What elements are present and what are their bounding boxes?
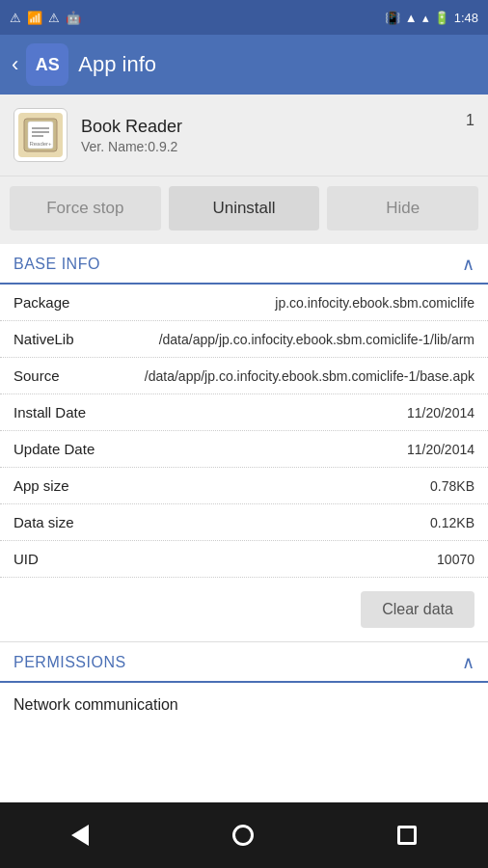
app-icon: Reader+ [14,108,68,162]
android-icon: 🤖 [66,11,81,25]
source-value: /data/app/jp.co.infocity.ebook.sbm.comic… [129,368,474,384]
table-row: Source /data/app/jp.co.infocity.ebook.sb… [0,358,488,394]
clear-data-button[interactable]: Clear data [361,591,474,628]
update-date-value: 11/20/2014 [129,442,474,457]
uid-label: UID [14,551,129,567]
content-area: BASE INFO ∧ Package jp.co.infocity.ebook… [0,244,488,802]
app-version: Ver. Name:0.9.2 [81,139,466,154]
header-title: App info [78,52,156,77]
time-display: 1:48 [454,11,478,25]
source-label: Source [14,367,129,384]
package-label: Package [14,294,129,311]
status-bar-right: 📳 ▲ ▴ 🔋 1:48 [385,11,478,25]
status-bar-left: ⚠ 📶 ⚠ 🤖 [10,11,81,25]
signal-icon: ▲ [405,11,418,25]
header-logo: AS [26,43,68,86]
app-number: 1 [466,112,474,129]
back-nav-button[interactable] [52,817,108,854]
table-row: NativeLib /data/app/jp.co.infocity.ebook… [0,321,488,358]
base-info-table: Package jp.co.infocity.ebook.sbm.comicli… [0,285,488,578]
app-header: ‹ AS App info [0,35,488,95]
home-nav-icon [232,825,254,846]
nativelib-value: /data/app/jp.co.infocity.ebook.sbm.comic… [129,332,474,347]
wifi-icon: 📶 [27,11,42,25]
base-info-title: BASE INFO [14,256,100,273]
permissions-section: PERMISSIONS ∧ Network communication [0,641,488,719]
uid-value: 10070 [129,552,474,567]
network-communication-item: Network communication [0,683,488,719]
recents-nav-button[interactable] [378,818,436,853]
back-nav-icon [71,825,89,846]
battery-icon: 🔋 [434,11,449,25]
back-button[interactable]: ‹ [12,52,18,77]
app-size-label: App size [14,477,129,494]
hide-button[interactable]: Hide [327,186,478,231]
table-row: App size 0.78KB [0,468,488,504]
permissions-title: PERMISSIONS [14,654,126,671]
base-info-chevron: ∧ [462,254,474,275]
bottom-nav [0,802,488,868]
table-row: Package jp.co.infocity.ebook.sbm.comicli… [0,285,488,321]
network-icon: ▴ [422,11,429,25]
table-row: Update Date 11/20/2014 [0,431,488,468]
update-date-label: Update Date [14,441,129,457]
status-bar: ⚠ 📶 ⚠ 🤖 📳 ▲ ▴ 🔋 1:48 [0,0,488,35]
force-stop-button[interactable]: Force stop [10,186,161,231]
permissions-section-header[interactable]: PERMISSIONS ∧ [0,642,488,683]
install-date-value: 11/20/2014 [129,405,474,420]
app-icon-inner: Reader+ [18,113,63,157]
vibrate-icon: 📳 [385,11,400,25]
uninstall-button[interactable]: Uninstall [169,186,320,231]
permissions-chevron: ∧ [462,652,474,673]
app-name: Book Reader [81,117,466,137]
table-row: Data size 0.12KB [0,504,488,541]
base-info-section-header[interactable]: BASE INFO ∧ [0,244,488,285]
home-nav-button[interactable] [213,817,273,854]
nativelib-label: NativeLib [14,331,129,347]
app-info-row: Reader+ Book Reader Ver. Name:0.9.2 1 [0,95,488,176]
recents-nav-icon [397,826,417,845]
action-buttons: Force stop Uninstall Hide [0,176,488,244]
table-row: UID 10070 [0,541,488,578]
package-value: jp.co.infocity.ebook.sbm.comiclife [129,295,474,311]
table-row: Install Date 11/20/2014 [0,394,488,431]
clear-data-row: Clear data [0,578,488,641]
app-size-value: 0.78KB [129,478,474,494]
data-size-value: 0.12KB [129,515,474,530]
install-date-label: Install Date [14,404,129,420]
warning-icon: ⚠ [10,11,21,25]
svg-text:Reader+: Reader+ [29,141,52,147]
data-size-label: Data size [14,514,129,530]
app-details: Book Reader Ver. Name:0.9.2 [81,117,466,154]
warning2-icon: ⚠ [48,11,60,25]
